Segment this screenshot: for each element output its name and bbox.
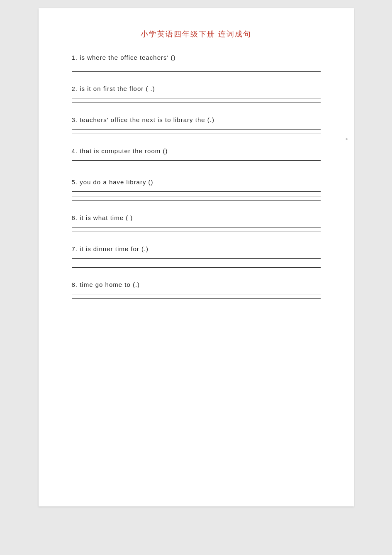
question-4: 4. that is computer the room () xyxy=(72,147,321,154)
answer-lines-5 xyxy=(72,191,321,201)
answer-line xyxy=(72,263,321,263)
exercise-6: 6. it is what time ( ) xyxy=(72,214,321,244)
answer-lines-4 xyxy=(72,160,321,165)
worksheet-page: 小学英语四年级下册 连词成句 1. is where the office te… xyxy=(39,8,354,506)
exercise-4: 4. that is computer the room () xyxy=(72,147,321,178)
exercise-1: 1. is where the office teachers' () xyxy=(72,54,321,84)
answer-lines-3 xyxy=(72,129,321,134)
answer-line xyxy=(72,67,321,67)
number-1: 1. is where the office teachers' () xyxy=(72,54,176,61)
question-6: 6. it is what time ( ) xyxy=(72,214,321,221)
answer-line xyxy=(72,196,321,196)
page-title: 小学英语四年级下册 连词成句 xyxy=(72,29,321,39)
answer-line xyxy=(72,294,321,294)
answer-lines-8 xyxy=(72,294,321,299)
answer-line xyxy=(72,98,321,98)
margin-mark-1: * xyxy=(346,137,348,142)
number-3: 3. teachers' office the next is to libra… xyxy=(72,116,214,123)
answer-line xyxy=(72,258,321,259)
answer-line xyxy=(72,160,321,161)
answer-line xyxy=(72,267,321,268)
number-5: 5. you do a have library () xyxy=(72,178,153,186)
exercise-8: 8. time go home to (.) xyxy=(72,281,321,299)
answer-line xyxy=(72,134,321,134)
answer-lines-7 xyxy=(72,258,321,268)
answer-line xyxy=(72,227,321,227)
question-7: 7. it is dinner time for (.) xyxy=(72,245,321,252)
number-8: 8. time go home to (.) xyxy=(72,281,140,288)
exercise-2: 2. is it on first the floor ( .) * xyxy=(72,85,321,115)
answer-line xyxy=(72,200,321,201)
question-8: 8. time go home to (.) xyxy=(72,281,321,288)
number-4: 4. that is computer the room () xyxy=(72,147,168,154)
answer-lines-6 xyxy=(72,227,321,232)
number-2: 2. is it on first the floor ( .) xyxy=(72,85,155,92)
answer-line xyxy=(72,165,321,165)
exercise-7: 7. it is dinner time for (.) xyxy=(72,245,321,280)
answer-line xyxy=(72,103,321,103)
question-3: 3. teachers' office the next is to libra… xyxy=(72,116,321,123)
answer-line xyxy=(72,71,321,72)
number-6: 6. it is what time ( ) xyxy=(72,214,133,221)
answer-lines-1 xyxy=(72,67,321,72)
answer-line xyxy=(72,129,321,130)
question-5: 5. you do a have library () xyxy=(72,178,321,186)
answer-line xyxy=(72,191,321,192)
question-1: 1. is where the office teachers' () xyxy=(72,54,321,61)
answer-line xyxy=(72,232,321,232)
number-7: 7. it is dinner time for (.) xyxy=(72,245,149,252)
answer-line xyxy=(72,298,321,299)
answer-lines-2 xyxy=(72,98,321,103)
exercise-5: 5. you do a have library () xyxy=(72,178,321,213)
exercise-3: 3. teachers' office the next is to libra… xyxy=(72,116,321,147)
question-2: 2. is it on first the floor ( .) xyxy=(72,85,321,92)
